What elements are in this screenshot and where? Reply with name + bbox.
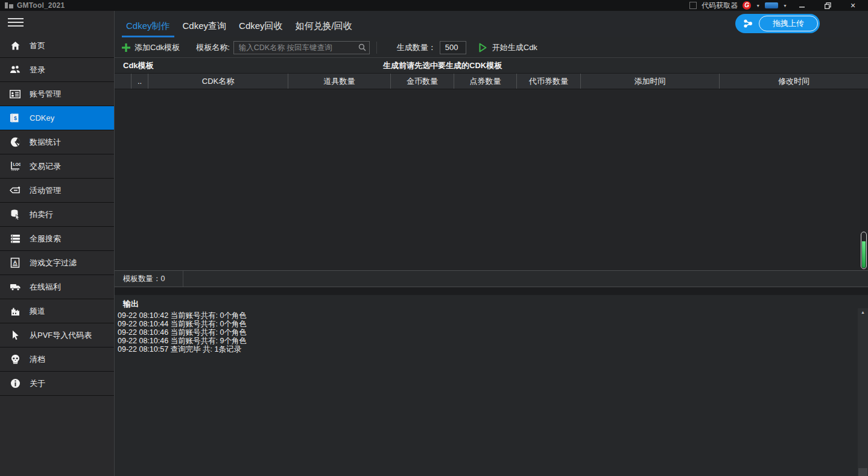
sidebar-item-account[interactable]: 账号管理 — [0, 82, 114, 106]
tab-how-to-redeem[interactable]: 如何兑换/回收 — [290, 21, 358, 37]
restore-icon — [825, 2, 831, 9]
code-getter-checkbox[interactable] — [689, 2, 697, 9]
sidebar-item-label: 关于 — [30, 378, 45, 389]
template-search-box — [233, 41, 370, 54]
log-chart-icon: LOG — [8, 161, 22, 171]
tab-bar: Cdkey制作 Cdkey查询 Cdkey回收 如何兑换/回收 拖拽上传 — [115, 11, 868, 37]
cdk-template-title: Cdk模板 — [123, 60, 154, 71]
output-panel: 输出 09-22 08:10:42 当前账号共有: 0个角色 09-22 08:… — [115, 295, 868, 476]
drag-upload-button[interactable]: 拖拽上传 — [735, 14, 820, 33]
col-modify-time[interactable]: 修改时间 — [720, 74, 868, 89]
cursor-icon — [8, 330, 22, 340]
col-add-time[interactable]: 添加时间 — [581, 74, 720, 89]
log-line: 09-22 08:10:46 当前账号共有: 9个角色 — [115, 337, 868, 345]
log-line: 09-22 08:10:46 当前账号共有: 0个角色 — [115, 328, 868, 337]
add-cdk-template-button[interactable]: 添加Cdk模板 — [122, 42, 180, 53]
col-item-count[interactable]: 道具数量 — [288, 74, 391, 89]
main-panel: Cdkey制作 Cdkey查询 Cdkey回收 如何兑换/回收 拖拽上传 添加C… — [115, 11, 868, 476]
toolbar-divider — [376, 42, 377, 54]
sidebar-item-auction[interactable]: 拍卖行 — [0, 203, 114, 227]
sidebar-item-channel[interactable]: 频道 — [0, 299, 114, 323]
close-button[interactable]: × — [843, 0, 863, 11]
sidebar-item-transactions[interactable]: LOG 交易记录 — [0, 154, 114, 179]
template-search-input[interactable] — [234, 43, 358, 52]
hamburger-menu-button[interactable] — [0, 11, 114, 34]
col-cdk-name[interactable]: CDK名称 — [148, 74, 288, 89]
badge-dropdown-caret-icon[interactable]: ▼ — [756, 4, 760, 8]
titlebar: GMTool_2021 代码获取器 G ▼ ▼ × — [0, 0, 868, 11]
sidebar-item-label: 在线福利 — [30, 282, 61, 293]
restore-button[interactable] — [817, 0, 838, 11]
generate-count-input[interactable] — [440, 41, 466, 54]
col-gold-count[interactable]: 金币数量 — [391, 74, 454, 89]
sidebar-item-text-filter[interactable]: A 游戏文字过滤 — [0, 251, 114, 275]
sidebar-item-label: 活动管理 — [30, 185, 61, 196]
sidebar-item-cdkey[interactable]: $ CDKey — [0, 106, 114, 130]
pie-chart-icon — [8, 137, 22, 147]
tab-cdkey-create[interactable]: Cdkey制作 — [121, 21, 176, 37]
sidebar-item-label: 全服搜索 — [30, 233, 61, 244]
sidebar-item-label: 游戏文字过滤 — [30, 258, 77, 268]
titlebar-left: GMTool_2021 — [0, 1, 689, 10]
sidebar-item-wipe-data[interactable]: 清档 — [0, 347, 114, 372]
minimize-button[interactable] — [792, 0, 813, 11]
red-badge-icon[interactable]: G — [743, 1, 751, 10]
log-line: 09-22 08:10:57 查询完毕 共: 1条记录 — [115, 345, 868, 354]
users-icon — [8, 65, 22, 74]
sidebar-item-label: 拍卖行 — [30, 209, 53, 220]
server-list-icon — [8, 234, 22, 244]
svg-text:A: A — [13, 259, 17, 265]
sidebar-item-global-search[interactable]: 全服搜索 — [0, 227, 114, 251]
tab-cdkey-recycle[interactable]: Cdkey回收 — [233, 21, 288, 37]
col-point-count[interactable]: 点券数量 — [454, 74, 517, 89]
window-title: GMTool_2021 — [17, 1, 65, 10]
color-swatch-icon[interactable] — [765, 2, 778, 8]
drag-upload-label: 拖拽上传 — [759, 16, 818, 31]
output-scrollbar[interactable]: ▲ — [858, 308, 868, 476]
tab-cdkey-query[interactable]: Cdkey查询 — [177, 21, 232, 37]
database-cursor-icon — [8, 209, 22, 220]
col-row-handle[interactable] — [115, 74, 131, 89]
sidebar-item-label: CDKey — [30, 113, 54, 122]
factory-icon — [8, 306, 22, 316]
select-template-hint: 生成前请先选中要生成的CDK模板 — [383, 60, 502, 71]
start-generate-label: 开始生成Cdk — [492, 42, 537, 53]
log-line: 09-22 08:10:44 当前账号共有: 0个角色 — [115, 320, 868, 328]
sidebar-item-welfare[interactable]: 在线福利 — [0, 275, 114, 299]
app-frame: 首页 登录 账号管理 $ CDKey 数据统计 LOG 交易记录 活动管理 拍卖… — [0, 11, 868, 476]
text-document-icon: A — [8, 258, 22, 268]
gauge-fill — [862, 241, 866, 268]
svg-text:LOG: LOG — [13, 162, 21, 167]
swatch-dropdown-caret-icon[interactable]: ▼ — [783, 4, 787, 8]
plus-icon — [122, 43, 130, 52]
toolbar: 添加Cdk模板 模板名称: 生成数量： 开始生成Cdk — [115, 37, 868, 58]
table-body-empty[interactable] — [115, 89, 868, 270]
sidebar-item-stats[interactable]: 数据统计 — [0, 130, 114, 154]
col-token-count[interactable]: 代币券数量 — [517, 74, 581, 89]
green-scroll-gauge[interactable] — [861, 232, 867, 269]
template-count-status: 模板数量：0 — [123, 274, 165, 284]
section-header-row: Cdk模板 生成前请先选中要生成的CDK模板 — [115, 58, 868, 74]
search-icon[interactable] — [358, 43, 369, 51]
sidebar: 首页 登录 账号管理 $ CDKey 数据统计 LOG 交易记录 活动管理 拍卖… — [0, 11, 115, 476]
sidebar-item-label: 首页 — [30, 40, 45, 51]
app-logo-icon — [5, 2, 13, 9]
sidebar-item-about[interactable]: 关于 — [0, 372, 114, 396]
col-select[interactable]: .. — [131, 74, 148, 89]
netdisk-cloud-icon — [737, 18, 759, 29]
log-line: 09-22 08:10:42 当前账号共有: 0个角色 — [115, 311, 868, 320]
scrollbar-thumb[interactable] — [858, 468, 867, 476]
sidebar-item-label: 交易记录 — [30, 161, 61, 172]
sidebar-item-label: 登录 — [30, 65, 45, 75]
status-bar: 模板数量：0 — [115, 270, 868, 287]
sidebar-item-login[interactable]: 登录 — [0, 58, 114, 82]
sidebar-item-home[interactable]: 首页 — [0, 34, 114, 58]
output-title: 输出 — [115, 295, 868, 311]
start-generate-button[interactable]: 开始生成Cdk — [478, 42, 537, 53]
code-getter-label: 代码获取器 — [702, 1, 738, 11]
sidebar-item-activity[interactable]: 活动管理 — [0, 179, 114, 203]
sidebar-item-pvf-import[interactable]: 从PVF导入代码表 — [0, 323, 114, 347]
scroll-up-icon[interactable]: ▲ — [858, 308, 868, 314]
sidebar-item-label: 从PVF导入代码表 — [30, 330, 92, 341]
sidebar-item-label: 数据统计 — [30, 137, 61, 148]
